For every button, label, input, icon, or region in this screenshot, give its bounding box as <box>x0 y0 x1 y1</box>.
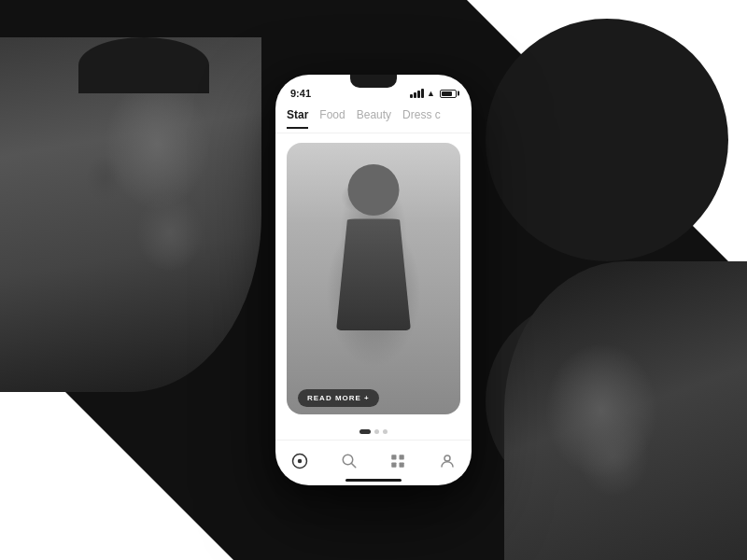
phone: 9:41 ▲ Star Food Beauty Dress c <box>275 75 472 485</box>
bottom-navigation <box>275 440 472 478</box>
face-portrait-left <box>0 37 261 392</box>
tab-star[interactable]: Star <box>287 108 308 129</box>
search-icon <box>341 453 358 469</box>
svg-rect-5 <box>400 455 404 459</box>
profile-icon <box>439 453 456 469</box>
dot-2 <box>374 429 379 434</box>
nav-search[interactable] <box>336 448 362 474</box>
face-left-texture <box>0 37 261 392</box>
svg-point-1 <box>298 459 303 464</box>
phone-wrapper: 9:41 ▲ Star Food Beauty Dress c <box>275 75 472 485</box>
home-indicator <box>275 478 472 485</box>
bg-circle-right-top <box>486 19 728 261</box>
explore-icon <box>291 453 308 469</box>
grid-icon <box>389 453 406 469</box>
svg-line-3 <box>351 463 356 468</box>
status-time: 9:41 <box>290 88 311 99</box>
battery-icon <box>440 90 457 98</box>
card-overlay: READ MORE + <box>287 380 460 414</box>
phone-notch <box>336 75 411 95</box>
dot-3 <box>383 429 388 434</box>
svg-point-8 <box>444 455 450 461</box>
content-card[interactable]: READ MORE + <box>287 143 460 414</box>
signal-icon <box>410 89 424 98</box>
tab-food[interactable]: Food <box>319 108 345 129</box>
svg-rect-7 <box>400 463 404 468</box>
tab-dress[interactable]: Dress c <box>402 108 441 129</box>
dots-indicator <box>275 424 472 440</box>
card-image <box>287 143 460 414</box>
tab-navigation: Star Food Beauty Dress c <box>275 105 472 133</box>
status-icons: ▲ <box>410 89 457 98</box>
tab-beauty[interactable]: Beauty <box>357 108 391 129</box>
dot-1 <box>359 429 371 434</box>
nav-profile[interactable] <box>434 448 460 474</box>
nav-grid[interactable] <box>385 448 411 474</box>
wifi-icon: ▲ <box>427 89 435 98</box>
svg-rect-4 <box>392 455 397 459</box>
face-portrait-right <box>504 261 747 560</box>
face-right-texture <box>504 261 747 560</box>
read-more-button[interactable]: READ MORE + <box>298 389 379 407</box>
nav-explore[interactable] <box>287 448 313 474</box>
content-area: READ MORE + <box>275 133 472 424</box>
svg-rect-6 <box>392 463 397 468</box>
